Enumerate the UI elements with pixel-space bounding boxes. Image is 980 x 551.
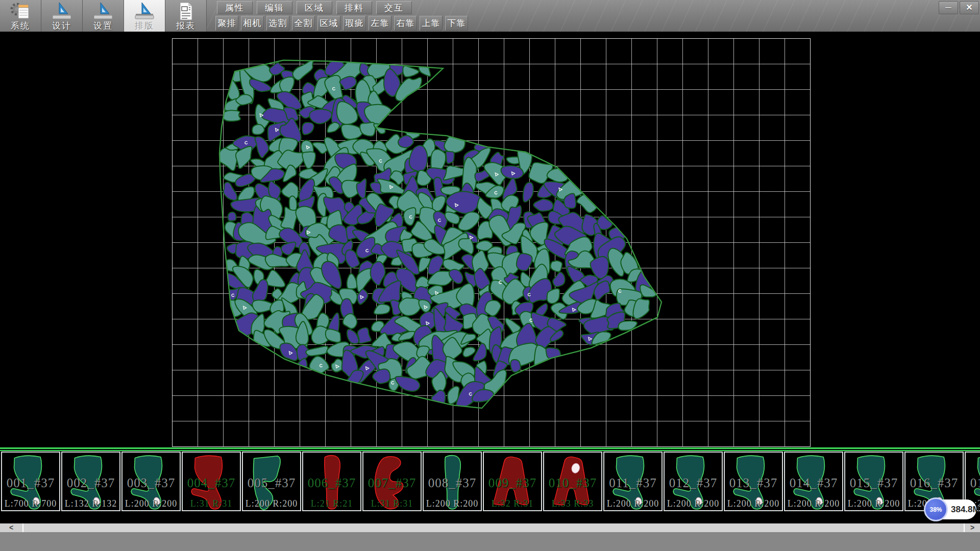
part-lr-count: L:31 R:31: [363, 498, 421, 509]
tool-item-1[interactable]: 聚排: [215, 16, 238, 31]
toolbar-button-label: 报表: [176, 21, 195, 31]
main-toolbar: 系统设计设置排版报表: [0, 0, 207, 32]
part-lr-count: L:32 R:31: [484, 498, 541, 509]
part-lr-count: L:200 R:200: [122, 498, 180, 509]
part-lr-count: L:200 R:200: [725, 498, 782, 509]
minimize-button[interactable]: ─: [939, 1, 958, 14]
part-name: 005_#37: [243, 476, 300, 490]
part-thumbnail-014[interactable]: 014_#37L:200 R:200: [784, 452, 843, 511]
design-ruler-icon: [51, 1, 72, 21]
system-gear-icon: [10, 1, 31, 21]
part-name: 002_#37: [62, 476, 119, 490]
status-bar: [0, 532, 980, 551]
strip-accent-line-2: [0, 450, 980, 451]
toolbar-button-4[interactable]: 排版: [124, 0, 165, 32]
part-thumbnail-013[interactable]: 013_#37L:200 R:200: [724, 452, 783, 511]
part-lr-count: L:200 R:200: [604, 498, 662, 509]
part-name: 017_#37: [966, 476, 980, 490]
tool-item-9[interactable]: 上靠: [420, 16, 443, 31]
part-name: 014_#37: [785, 476, 842, 490]
part-thumbnail-006[interactable]: 006_#37L:21 R:21: [302, 452, 361, 511]
settings-ruler-icon: [92, 1, 114, 21]
part-lr-count: L:200 R:200: [845, 498, 902, 509]
part-name: 012_#37: [665, 476, 722, 490]
progress-circle-badge: 38%: [924, 497, 948, 521]
menu-item-5[interactable]: 交互: [376, 1, 412, 14]
tool-item-10[interactable]: 下靠: [445, 16, 468, 31]
part-lr-count: L:31 R:31: [183, 498, 240, 509]
part-thumbnail-009[interactable]: 009_#37L:32 R:31: [483, 452, 542, 511]
menu-item-4[interactable]: 排料: [336, 1, 372, 14]
close-button[interactable]: ✕: [960, 1, 979, 14]
part-lr-count: L:21 R:21: [303, 498, 360, 509]
part-name: 015_#37: [845, 476, 902, 490]
part-name: 004_#37: [183, 476, 240, 490]
part-name: 006_#37: [303, 476, 360, 490]
toolbar-button-3[interactable]: 设置: [83, 0, 124, 32]
part-thumbnail-002[interactable]: 002_#37L:132 R:132: [61, 452, 120, 511]
menu-item-3[interactable]: 区域: [297, 1, 332, 14]
part-lr-count: L:200 R:200: [785, 498, 842, 509]
part-lr-count: L:200 R:200: [243, 498, 300, 509]
window-controls: ─ ✕: [939, 1, 979, 14]
tool-item-8[interactable]: 右靠: [394, 16, 417, 31]
part-lr-count: L:200 R:200: [665, 498, 722, 509]
part-thumbnail-003[interactable]: 003_#37L:200 R:200: [121, 452, 181, 511]
report-doc-icon: [175, 1, 197, 21]
toolbar-button-1[interactable]: 系统: [0, 0, 41, 32]
tool-item-7[interactable]: 左靠: [369, 16, 391, 31]
parts-strip: 001_#37L:700 R:700002_#37L:132 R:132003_…: [0, 447, 980, 523]
nesting-workspace[interactable]: [0, 32, 980, 447]
toolbar-button-label: 设计: [52, 21, 71, 31]
scroll-left-arrow-icon[interactable]: <: [0, 523, 23, 532]
menu-row-2: 聚排相机选割全割区域瑕疵左靠右靠上靠下靠: [215, 16, 468, 31]
part-name: 011_#37: [604, 476, 662, 490]
scroll-right-arrow-icon[interactable]: >: [964, 523, 980, 532]
part-name: 001_#37: [2, 476, 59, 490]
part-lr-count: L:200 R:200: [424, 498, 481, 509]
menu-item-2[interactable]: 编辑: [257, 1, 292, 14]
memory-status-pill: 38% 384.8M: [925, 499, 976, 519]
menu-row-1: 属性编辑区域排料交互: [217, 1, 412, 14]
tool-item-6[interactable]: 瑕疵: [343, 16, 366, 31]
part-thumbnail-005[interactable]: 005_#37L:200 R:200: [242, 452, 301, 511]
tool-item-5[interactable]: 区域: [317, 16, 340, 31]
part-name: 007_#37: [363, 476, 421, 490]
part-thumbnail-004[interactable]: 004_#37L:31 R:31: [182, 452, 241, 511]
part-thumbnail-007[interactable]: 007_#37L:31 R:31: [362, 452, 422, 511]
part-name: 009_#37: [484, 476, 541, 490]
part-name: 008_#37: [424, 476, 481, 490]
toolbar-button-label: 排版: [135, 21, 154, 31]
toolbar-button-label: 系统: [11, 21, 30, 31]
part-name: 016_#37: [905, 476, 963, 490]
part-lr-count: L:132 R:132: [62, 498, 119, 509]
part-thumbnail-010[interactable]: 010_#37L:33 R:33: [543, 452, 602, 511]
memory-usage-label: 384.8M: [951, 499, 980, 519]
part-name: 003_#37: [122, 476, 180, 490]
part-name: 013_#37: [725, 476, 782, 490]
menu-item-1[interactable]: 属性: [217, 1, 253, 14]
tool-item-3[interactable]: 选割: [266, 16, 289, 31]
part-thumbnail-015[interactable]: 015_#37L:200 R:200: [844, 452, 903, 511]
tool-item-4[interactable]: 全割: [292, 16, 315, 31]
strip-accent-line: [0, 447, 980, 449]
parts-list: 001_#37L:700 R:700002_#37L:132 R:132003_…: [1, 452, 980, 511]
nesting-canvas[interactable]: [0, 32, 980, 447]
toolbar-button-label: 设置: [93, 21, 113, 31]
toolbar-button-2[interactable]: 设计: [41, 0, 83, 32]
part-thumbnail-012[interactable]: 012_#37L:200 R:200: [664, 452, 723, 511]
part-lr-count: L:700 R:700: [2, 498, 59, 509]
horizontal-scrollbar[interactable]: < >: [0, 523, 980, 532]
part-thumbnail-011[interactable]: 011_#37L:200 R:200: [603, 452, 663, 511]
tool-item-2[interactable]: 相机: [241, 16, 264, 31]
toolbar-button-5[interactable]: 报表: [165, 0, 207, 32]
part-name: 010_#37: [544, 476, 601, 490]
part-thumbnail-008[interactable]: 008_#37L:200 R:200: [423, 452, 482, 511]
nesting-ruler-icon: [134, 1, 155, 21]
part-lr-count: L:33 R:33: [544, 498, 601, 509]
part-thumbnail-001[interactable]: 001_#37L:700 R:700: [1, 452, 60, 511]
